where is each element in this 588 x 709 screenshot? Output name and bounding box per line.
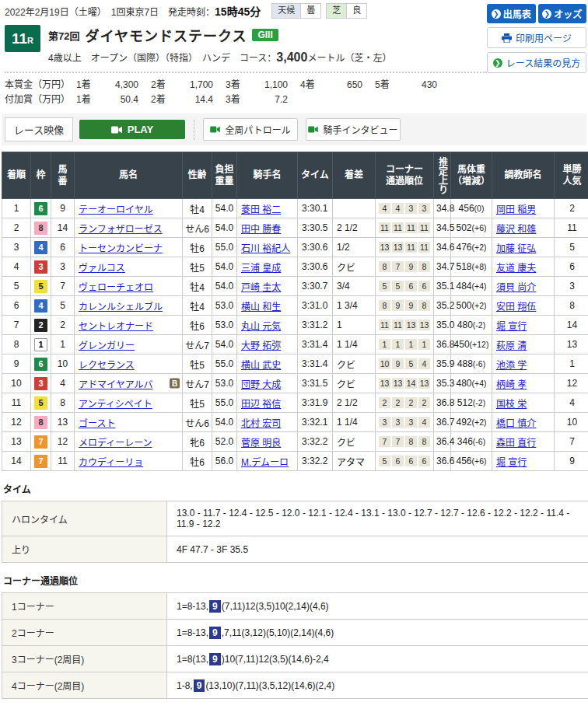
win-favorite-rank: 13	[555, 335, 588, 354]
horse-name-link[interactable]: メロディーレーン	[79, 438, 152, 449]
entries-button[interactable]: ❯出馬表	[487, 4, 536, 23]
horse-name-link[interactable]: カウディーリョ	[79, 457, 143, 468]
margin: クビ	[333, 374, 376, 393]
finish-time: 3:31.9	[298, 393, 333, 413]
trainer-link[interactable]: 岡田 稲男	[496, 204, 536, 215]
printer-icon	[502, 33, 512, 43]
trainer-link[interactable]: 堀 宣行	[496, 321, 527, 332]
trainer-link[interactable]: 池添 学	[496, 360, 527, 371]
horse-name-link[interactable]: レクセランス	[79, 360, 135, 371]
trainer-link[interactable]: 友道 康夫	[496, 263, 536, 274]
trainer-link[interactable]: 萩原 清	[496, 341, 527, 351]
print-page-button[interactable]: 印刷用ページ	[487, 27, 586, 48]
jockey-link[interactable]: 三浦 皇成	[241, 263, 281, 274]
corner-positions: 10954	[376, 354, 434, 374]
finish-position: 8	[2, 335, 31, 354]
horse-name-link[interactable]: ランフォザローゼス	[79, 224, 163, 235]
jockey-link[interactable]: 団野 大成	[241, 379, 281, 390]
jockey-link[interactable]: 横山 武史	[241, 360, 281, 371]
trainer-cell: 須貝 尚介	[492, 277, 555, 296]
trainer-link[interactable]: 柄崎 孝	[496, 379, 527, 390]
horse-weight: 480(-2)	[451, 316, 492, 335]
jockey-link[interactable]: M.デムーロ	[241, 457, 289, 468]
corner-position-box: 11	[418, 222, 430, 234]
horse-name-cell: グレンガリー	[75, 335, 183, 354]
horse-name-cell: レクセランス	[75, 354, 183, 374]
carried-weight: 55.0	[212, 393, 237, 413]
last-3f-time: 36.7	[434, 413, 451, 432]
trainer-link[interactable]: 藤沢 和雄	[496, 224, 536, 235]
sex-age: 牡4	[183, 277, 212, 296]
finish-position: 6	[2, 296, 31, 316]
weather-label: 天候	[271, 3, 300, 18]
frame-number: 3	[31, 374, 51, 393]
trainer-link[interactable]: 国枝 栄	[496, 399, 527, 410]
frame-color-box: 2	[34, 319, 47, 332]
trainer-link[interactable]: 加藤 征弘	[496, 243, 536, 254]
horse-name-link[interactable]: トーセンカンビーナ	[79, 243, 163, 254]
corner-row: 3コーナー(2周目)1=8(13,9)10(7,11)12(3,5)(14,6)…	[2, 646, 588, 672]
finish-position: 5	[2, 277, 31, 296]
horse-name-link[interactable]: グレンガリー	[79, 341, 135, 351]
trainer-link[interactable]: 橋口 慎介	[496, 418, 536, 429]
jockey-link[interactable]: 田中 勝春	[241, 224, 281, 235]
win-favorite-rank: 6	[555, 257, 588, 277]
horse-weight: 492(+2)	[451, 413, 492, 432]
jockey-link[interactable]: 大野 拓弥	[241, 341, 281, 351]
corner-row: 4コーナー(2周目)1-8,9(13,10)(7,11)(3,5,12)(14,…	[2, 672, 588, 699]
horse-weight: 476(+2)	[451, 238, 492, 257]
horse-name-link[interactable]: カレンルシェルブル	[79, 302, 163, 313]
corner-positions: 3334	[376, 413, 434, 432]
frame-number: 5	[31, 393, 51, 413]
horse-name-link[interactable]: セントレオナード	[79, 321, 153, 332]
corner-position-box: 5	[379, 281, 390, 292]
odds-button[interactable]: ❯オッズ	[538, 4, 587, 23]
result-guide-button[interactable]: ❯ レース結果の見方	[487, 52, 586, 73]
frame-number: 6	[31, 354, 51, 374]
prize-place-label: 1着	[76, 78, 100, 93]
horse-name-link[interactable]: ヴァルコス	[79, 263, 125, 274]
carried-weight: 54.0	[212, 335, 237, 354]
frame-color-box: 8	[34, 416, 47, 429]
race-distance: 3,400	[276, 51, 307, 64]
results-column-header: 推定上り	[434, 152, 451, 199]
horse-weight-diff: (+6)	[472, 223, 487, 232]
jockey-link[interactable]: 菅原 明良	[241, 438, 281, 449]
corner-positions: 11111313	[376, 316, 434, 335]
jockey-link[interactable]: 田辺 裕信	[241, 399, 281, 410]
corner-position-box: 14	[405, 378, 417, 389]
jockey-link[interactable]: 菱田 裕二	[241, 204, 281, 215]
jockey-interview-button[interactable]: 騎手インタビュー	[306, 118, 401, 141]
last-3f-time: 35.1	[434, 277, 451, 296]
horse-name-link[interactable]: ゴースト	[79, 418, 115, 429]
play-button[interactable]: PLAY	[79, 120, 185, 139]
race-date: 2022年2月19日（土曜） 1回東京7日 発走時刻：	[5, 5, 215, 18]
horse-name-link[interactable]: アドマイヤアルバ	[79, 379, 153, 390]
horse-name-cell: カウディーリョ	[75, 452, 183, 471]
finish-time: 3:32.1	[298, 413, 333, 432]
trainer-link[interactable]: 安田 翔伍	[496, 302, 536, 313]
trainer-link[interactable]: 森田 直行	[496, 438, 536, 449]
horse-name-cell: ヴァルコス	[75, 257, 183, 277]
jockey-link[interactable]: 戸崎 圭太	[241, 282, 281, 293]
sex-age: せん7	[183, 374, 212, 393]
frame-color-box: 3	[34, 260, 47, 274]
finish-position: 7	[2, 316, 31, 335]
frame-number: 7	[31, 432, 51, 452]
jockey-link[interactable]: 横山 和生	[241, 302, 281, 313]
result-row: 2814ランフォザローゼスせん654.0田中 勝春3:30.52 1/21111…	[2, 218, 588, 238]
trainer-link[interactable]: 須貝 尚介	[496, 282, 536, 293]
race-round: 第72回	[48, 28, 79, 43]
horse-weight: 484(+4)	[451, 277, 492, 296]
horse-name-link[interactable]: ヴェローチェオロ	[79, 282, 153, 293]
jockey-link[interactable]: 石川 裕紀人	[241, 243, 290, 254]
finish-time: 3:32.2	[298, 452, 333, 471]
trainer-link[interactable]: 堀 宣行	[496, 457, 527, 468]
finish-time: 3:31.2	[298, 316, 333, 335]
corner-position-box: 5	[405, 358, 417, 370]
horse-name-link[interactable]: アンティシペイト	[79, 399, 152, 410]
jockey-link[interactable]: 丸山 元気	[241, 321, 281, 332]
patrol-video-button[interactable]: 全周パトロール	[203, 118, 298, 141]
jockey-link[interactable]: 北村 宏司	[241, 418, 281, 429]
horse-name-link[interactable]: テーオーロイヤル	[79, 204, 153, 215]
